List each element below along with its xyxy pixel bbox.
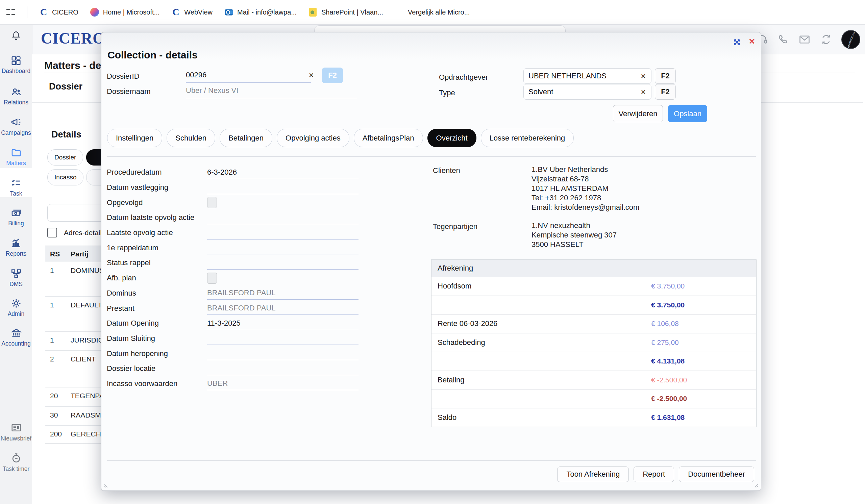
opdrachtgever-input[interactable]: UBER NETHERLANDS × [523, 68, 651, 84]
type-input[interactable]: Solvent × [523, 84, 651, 99]
apps-grid-icon[interactable] [6, 8, 15, 17]
refresh-icon[interactable] [820, 33, 833, 46]
datum-sluiting-input[interactable] [207, 332, 358, 345]
bookmark-home-microsoft[interactable]: Home | Microsoft... [90, 8, 160, 17]
tab-afbetalingsplan[interactable]: AfbetalingsPlan [354, 129, 423, 147]
afrekening-row: € 3.750,00 [431, 296, 756, 315]
user-avatar[interactable]: lawpack.eu [841, 30, 860, 49]
adres-details-checkbox[interactable] [47, 228, 57, 237]
resize-handle-bottom-left[interactable] [103, 480, 112, 489]
tab-schulden[interactable]: Schulden [166, 129, 215, 147]
sidebar-item-dms[interactable]: DMS [0, 268, 32, 288]
bookmark-webview[interactable]: C WebView [171, 8, 212, 17]
delete-button[interactable]: Verwijderen [613, 105, 663, 122]
bookmark-mail[interactable]: Mail - info@lawpa... [224, 8, 297, 17]
dossiernaam-input[interactable]: Uber / Nexus VI [186, 83, 357, 98]
tab-losse-renteberekening[interactable]: Losse renteberekening [481, 129, 574, 147]
tab-opvolging-acties[interactable]: Opvolging acties [277, 129, 349, 147]
documentbeheer-button[interactable]: Documentbeheer [679, 467, 754, 482]
pill-incasso[interactable]: Incasso [47, 169, 83, 186]
sidebar-label: Task [0, 190, 32, 197]
microsoft-logo-icon [395, 8, 404, 17]
amount: € 1.631,08 [651, 413, 684, 422]
form-row: Laatste opvolg actie [107, 225, 358, 241]
sidebar-item-admin[interactable]: Admin [0, 297, 32, 318]
sidebar-item-billing[interactable]: Billing [0, 207, 32, 227]
dossierid-input[interactable]: 00296 [186, 68, 311, 83]
tab-instellingen[interactable]: Instellingen [107, 129, 162, 147]
opdrachtgever-f2-button[interactable]: F2 [655, 68, 676, 84]
proceduredatum-input[interactable]: 6-3-2026 [207, 166, 358, 179]
collection-details-modal: × Collection - details DossierID 00296 ×… [101, 32, 761, 491]
sidebar-item-task[interactable]: Task [0, 177, 32, 197]
afrekening-row: Rente 06-03-2026€ 106,08 [431, 314, 756, 333]
incasso-voorwaarden-input[interactable]: UBER [207, 377, 358, 390]
status-rappel-input[interactable] [207, 256, 358, 270]
opdrachtgever-clear-icon[interactable]: × [638, 72, 648, 81]
stopwatch-icon [0, 452, 32, 464]
datum-laatste-opvolg-actie-input[interactable] [207, 211, 358, 224]
sidebar-label: Matters [0, 160, 32, 167]
dossierid-clear-icon[interactable]: × [307, 71, 316, 80]
divider [107, 156, 756, 157]
pill-dossier[interactable]: Dossier [47, 149, 83, 165]
form-row: Datum laatste opvolg actie [107, 210, 358, 225]
datum-vastlegging-input[interactable] [207, 181, 358, 194]
form-row: Status rappel [107, 255, 358, 271]
sidebar-item-task-timer[interactable]: Task timer [0, 452, 32, 472]
type-clear-icon[interactable]: × [638, 87, 648, 97]
resize-handle-bottom-right[interactable] [750, 480, 759, 489]
browser-bookmarks-bar: C CICERO Home | Microsoft... C WebView M… [0, 0, 865, 25]
expand-dialog-icon[interactable] [732, 37, 742, 47]
type-f2-button[interactable]: F2 [655, 84, 676, 99]
sidebar-item-nieuwsbrief[interactable]: Nieuwsbrief [0, 422, 32, 442]
dominus-input[interactable]: BRAILSFORD PAUL [207, 286, 358, 300]
sidebar-item-dashboard[interactable]: Dashboard [0, 55, 32, 75]
toon-afrekening-button[interactable]: Toon Afrekening [557, 467, 629, 482]
tegenpartijen-label: Tegenpartijen [433, 222, 477, 231]
bar-chart-icon [0, 237, 32, 249]
bookmark-vergelijk[interactable]: Vergelijk alle Micro... [395, 8, 470, 17]
laatste-opvolg-actie-input[interactable] [207, 226, 358, 239]
afb-plan-checkbox[interactable] [207, 273, 217, 284]
bookmark-cicero[interactable]: C CICERO [39, 8, 78, 17]
sharepoint-icon [308, 8, 318, 17]
phone-icon[interactable] [777, 33, 789, 46]
people-icon [0, 86, 32, 98]
opgevolgd-checkbox[interactable] [207, 197, 217, 208]
dossiernaam-value: Uber / Nexus VI [186, 86, 238, 95]
sidebar-item-reports[interactable]: Reports [0, 237, 32, 257]
form-row: Datum vastlegging [107, 180, 358, 195]
datum-heropening-input[interactable] [207, 347, 358, 360]
overzicht-form: Proceduredatum6-3-2026 Datum vastlegging… [107, 165, 358, 391]
sidebar-item-campaigns[interactable]: Campaigns [0, 117, 32, 137]
modal-footer-buttons: Toon Afrekening Report Documentbeheer [557, 467, 754, 482]
form-row: Datum Sluiting [107, 331, 358, 346]
envelope-icon[interactable] [798, 33, 811, 46]
tab-betalingen[interactable]: Betalingen [220, 129, 272, 147]
amount: € 3.750,00 [651, 282, 684, 290]
bookmark-label: Vergelijk alle Micro... [408, 9, 470, 16]
sidebar-item-accounting[interactable]: Accounting [0, 327, 32, 347]
sidebar-item-relations[interactable]: Relations [0, 86, 32, 106]
tab-overzicht[interactable]: Overzicht [427, 129, 476, 147]
tab-dossier[interactable]: Dossier [49, 81, 82, 92]
save-button[interactable]: Opslaan [668, 105, 707, 122]
avatar-text: lawpack.eu [846, 31, 855, 48]
dossierid-f2-button[interactable]: F2 [322, 68, 343, 83]
notifications-bell-icon[interactable] [11, 30, 22, 41]
amount: € 4.131,08 [651, 357, 684, 365]
datum-opening-input[interactable]: 11-3-2025 [207, 317, 358, 330]
client-line: 1.BV Uber Netherlands [531, 165, 639, 174]
adres-details-toggle[interactable]: Adres-details t [47, 228, 109, 237]
sidebar-item-matters[interactable]: Matters [0, 147, 32, 167]
cicero-c-icon: C [39, 8, 48, 17]
bookmark-sharepoint[interactable]: SharePoint | Vlaan... [308, 8, 383, 17]
prestant-input[interactable]: BRAILSFORD PAUL [207, 302, 358, 315]
close-dialog-icon[interactable]: × [749, 36, 755, 46]
bank-icon [0, 327, 32, 339]
report-button[interactable]: Report [634, 467, 674, 482]
eerste-rappeldatum-input[interactable] [207, 241, 358, 254]
newspaper-icon [0, 422, 32, 434]
dossier-locatie-input[interactable] [207, 362, 358, 375]
